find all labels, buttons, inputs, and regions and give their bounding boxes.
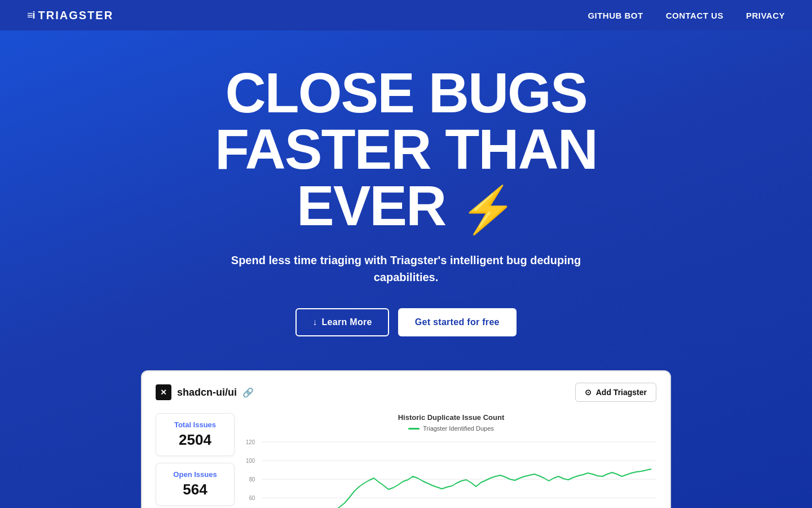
- chart-title: Historic Duplicate Issue Count: [246, 413, 656, 422]
- repo-name: shadcn-ui/ui: [177, 387, 237, 398]
- logo-icon: ≡i: [27, 10, 35, 21]
- stats-panel: Total Issues 2504 Open Issues 564 Closed…: [156, 413, 235, 508]
- hero-title-line1: CLOSE BUGS: [225, 61, 586, 124]
- hero-section: CLOSE BUGS FASTER THAN EVER ⚡ Spend less…: [0, 30, 812, 508]
- navbar: ≡i TRIAGSTER GITHUB BOT CONTACT US PRIVA…: [0, 0, 812, 30]
- chart-legend: Triagster Identified Dupes: [246, 425, 656, 432]
- contact-us-link[interactable]: CONTACT US: [666, 11, 723, 20]
- dashboard-card: ✕ shadcn-ui/ui 🔗 ⊙ Add Triagster Total I…: [141, 370, 671, 508]
- legend-color-dot: [408, 428, 420, 430]
- svg-text:120: 120: [246, 439, 255, 445]
- dashboard-content: Total Issues 2504 Open Issues 564 Closed…: [156, 413, 656, 508]
- svg-text:100: 100: [246, 458, 255, 464]
- learn-more-button[interactable]: ↓ Learn More: [295, 308, 389, 336]
- hero-title: CLOSE BUGS FASTER THAN EVER ⚡: [11, 64, 801, 234]
- add-triagster-label: Add Triagster: [596, 388, 647, 397]
- svg-text:80: 80: [249, 476, 255, 483]
- github-bot-link[interactable]: GITHUB BOT: [588, 11, 643, 20]
- legend-label: Triagster Identified Dupes: [423, 425, 494, 432]
- logo[interactable]: ≡i TRIAGSTER: [27, 9, 113, 22]
- github-circle-icon: ⊙: [585, 388, 592, 397]
- svg-text:60: 60: [249, 495, 255, 501]
- repo-icon: ✕: [156, 384, 171, 400]
- total-issues-card: Total Issues 2504: [156, 413, 235, 456]
- get-started-label: Get started for free: [415, 317, 500, 327]
- chart-svg: 120 100 80 60 40: [246, 436, 656, 508]
- dashboard-header: ✕ shadcn-ui/ui 🔗 ⊙ Add Triagster: [156, 383, 656, 402]
- hero-title-line2: FASTER THAN: [215, 117, 597, 181]
- hero-title-line3: EVER: [297, 174, 445, 237]
- repo-info: ✕ shadcn-ui/ui 🔗: [156, 384, 254, 400]
- logo-text: TRIAGSTER: [38, 9, 114, 22]
- total-issues-label: Total Issues: [165, 421, 225, 429]
- get-started-button[interactable]: Get started for free: [398, 308, 517, 336]
- learn-more-label: Learn More: [322, 317, 372, 327]
- total-issues-value: 2504: [165, 431, 225, 449]
- dashboard-wrapper: ✕ shadcn-ui/ui 🔗 ⊙ Add Triagster Total I…: [130, 370, 682, 508]
- open-issues-label: Open Issues: [165, 470, 225, 479]
- privacy-link[interactable]: PRIVACY: [746, 11, 785, 20]
- arrow-down-icon: ↓: [312, 317, 317, 327]
- link-icon[interactable]: 🔗: [242, 387, 254, 398]
- nav-links: GITHUB BOT CONTACT US PRIVACY: [588, 11, 785, 20]
- chart-area: Historic Duplicate Issue Count Triagster…: [246, 413, 656, 508]
- open-issues-value: 564: [165, 481, 225, 498]
- add-triagster-button[interactable]: ⊙ Add Triagster: [575, 383, 656, 402]
- open-issues-card: Open Issues 564: [156, 463, 235, 506]
- lightning-icon: ⚡: [460, 187, 515, 233]
- hero-buttons: ↓ Learn More Get started for free: [11, 308, 801, 336]
- hero-subtitle: Spend less time triaging with Triagster'…: [226, 252, 586, 286]
